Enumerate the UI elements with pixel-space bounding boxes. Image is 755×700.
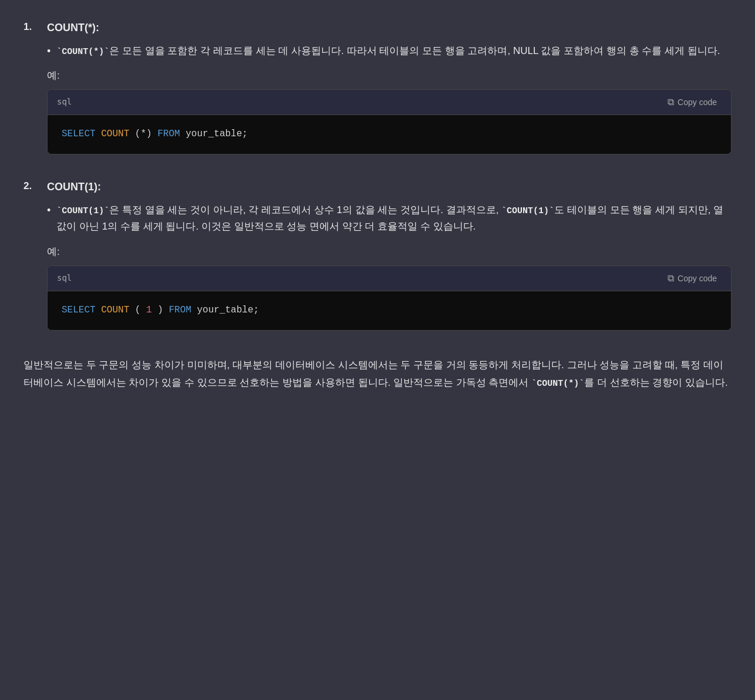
kw-from-2: FROM <box>168 305 191 315</box>
example-label-1: 예: <box>47 68 732 85</box>
code-lang-1: sql <box>57 95 72 109</box>
code-lang-2: sql <box>57 271 72 285</box>
section-count-1: 2. COUNT(1): • `COUNT(1)`은 특정 열을 세는 것이 아… <box>23 178 732 342</box>
table-2: your_table; <box>197 305 259 315</box>
copy-button-1[interactable]: ⧉ Copy code <box>663 95 722 110</box>
example-label-2: 예: <box>47 244 732 261</box>
section-1-content: COUNT(*): • `COUNT(*)`은 모든 열을 포함한 각 레코드를… <box>47 19 732 166</box>
kw-count-2: COUNT <box>101 305 129 315</box>
code-block-2: sql ⧉ Copy code SELECT COUNT ( 1 ) FROM … <box>47 265 732 331</box>
section-number-1: 1. <box>23 19 40 166</box>
bullet-dot-2: • <box>47 202 50 219</box>
copy-icon-2: ⧉ <box>668 273 674 284</box>
section-count-star: 1. COUNT(*): • `COUNT(*)`은 모든 열을 포함한 각 레… <box>23 19 732 166</box>
bullet-dot: • <box>47 43 50 60</box>
code-block-1: sql ⧉ Copy code SELECT COUNT (*) FROM yo… <box>47 89 732 154</box>
bullet-text-2: `COUNT(1)`은 특정 열을 세는 것이 아니라, 각 레코드에서 상수 … <box>56 202 732 236</box>
inline-code-count-star: `COUNT(*)` <box>56 47 109 57</box>
copy-icon-1: ⧉ <box>668 97 674 107</box>
open-paren-2: ( <box>135 305 141 315</box>
inline-code-count1-a: `COUNT(1)` <box>56 206 109 216</box>
section-2-content: COUNT(1): • `COUNT(1)`은 특정 열을 세는 것이 아니라,… <box>47 178 732 342</box>
section-number-2: 2. <box>23 178 40 342</box>
section-1-title: COUNT(*): <box>47 19 732 37</box>
code-block-1-body: SELECT COUNT (*) FROM your_table; <box>48 115 731 154</box>
bullet-text-1: `COUNT(*)`은 모든 열을 포함한 각 레코드를 세는 데 사용됩니다.… <box>56 43 732 60</box>
close-paren-2: ) <box>157 305 168 315</box>
inline-code-summary: `COUNT(*)` <box>531 379 584 389</box>
copy-button-2[interactable]: ⧉ Copy code <box>663 271 722 286</box>
kw-select-2: SELECT <box>62 305 96 315</box>
kw-count-1: COUNT <box>101 129 129 139</box>
copy-label-1: Copy code <box>678 97 717 107</box>
code-block-2-header: sql ⧉ Copy code <box>48 266 731 291</box>
kw-select-1: SELECT <box>62 129 96 139</box>
section-1-bullets: • `COUNT(*)`은 모든 열을 포함한 각 레코드를 세는 데 사용됩니… <box>47 43 732 60</box>
kw-one-2: 1 <box>146 305 152 315</box>
code-block-1-header: sql ⧉ Copy code <box>48 90 731 115</box>
summary-paragraph: 일반적으로는 두 구문의 성능 차이가 미미하며, 대부분의 데이터베이스 시스… <box>23 356 732 392</box>
table-1: your_table; <box>186 129 248 139</box>
content-container: 1. COUNT(*): • `COUNT(*)`은 모든 열을 포함한 각 레… <box>23 19 732 392</box>
inline-code-count1-b: `COUNT(1)` <box>501 206 554 216</box>
section-2-bullets: • `COUNT(1)`은 특정 열을 세는 것이 아니라, 각 레코드에서 상… <box>47 202 732 236</box>
bullet-item-2: • `COUNT(1)`은 특정 열을 세는 것이 아니라, 각 레코드에서 상… <box>47 202 732 236</box>
kw-from-1: FROM <box>157 129 180 139</box>
section-2-title: COUNT(1): <box>47 178 732 196</box>
copy-label-2: Copy code <box>678 274 717 283</box>
bullet-item: • `COUNT(*)`은 모든 열을 포함한 각 레코드를 세는 데 사용됩니… <box>47 43 732 60</box>
code-block-2-body: SELECT COUNT ( 1 ) FROM your_table; <box>48 291 731 330</box>
paren-1: (*) <box>135 129 157 139</box>
